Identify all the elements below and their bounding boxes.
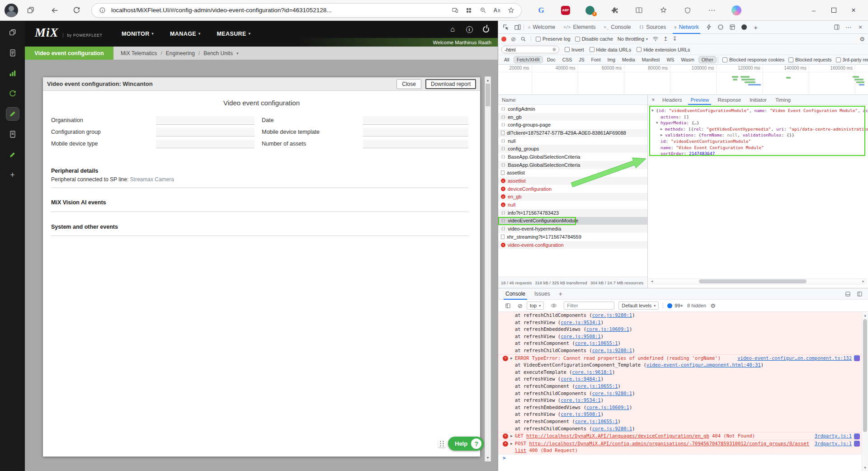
- filter-chip-all[interactable]: All: [501, 57, 512, 63]
- address-bar[interactable]: localhost/MiXFleet.UI/#/config-admin/vid…: [91, 3, 522, 18]
- expand-icon[interactable]: ▶: [660, 132, 665, 138]
- zoom-icon[interactable]: [478, 5, 488, 15]
- source-link[interactable]: 3rdparty.js:1: [815, 433, 852, 440]
- notifier-extension-icon[interactable]: 7: [584, 5, 596, 16]
- expand-icon[interactable]: ▶: [510, 355, 513, 362]
- dock-drawer-icon[interactable]: [854, 288, 865, 299]
- stack-location-link[interactable]: core.js:9280:1: [592, 426, 632, 431]
- console-filter-input[interactable]: [564, 301, 614, 310]
- expand-icon[interactable]: ▶: [510, 440, 513, 447]
- read-aloud-icon[interactable]: A)): [492, 5, 502, 15]
- help-drag-handle[interactable]: [438, 440, 446, 447]
- google-extension-icon[interactable]: G: [535, 5, 547, 16]
- copilot-explain-icon[interactable]: [854, 433, 860, 439]
- detail-tab-preview[interactable]: Preview: [686, 95, 713, 104]
- stack-location-link[interactable]: core.js:9280:1: [592, 348, 632, 353]
- scroll-down-icon[interactable]: ▼: [485, 455, 491, 461]
- throttling-dropdown[interactable]: No throttling▾: [618, 36, 648, 42]
- source-link[interactable]: 3rdparty.js:1: [815, 440, 852, 447]
- record-network-icon[interactable]: [501, 37, 506, 42]
- breadcrumb-item-engineering[interactable]: Engineering: [166, 50, 195, 57]
- devtools-tab-console[interactable]: >_Console: [600, 21, 635, 33]
- performance-tab-icon[interactable]: [703, 22, 715, 33]
- favorites-icon[interactable]: [657, 5, 669, 16]
- browser-menu-icon[interactable]: ⋯: [706, 5, 718, 16]
- network-overview-timeline[interactable]: 20000 ms40000 ms60000 ms80000 ms100000 m…: [498, 65, 868, 95]
- favorite-star-icon[interactable]: [506, 5, 516, 15]
- request-row-en-gb[interactable]: {}en_gb: [498, 113, 647, 121]
- download-report-button[interactable]: Download report: [425, 79, 476, 89]
- expand-icon[interactable]: ▶: [660, 126, 665, 132]
- console-settings-icon[interactable]: ⚙: [710, 303, 716, 309]
- scrollbar-thumb[interactable]: [863, 319, 867, 432]
- scroll-right-icon[interactable]: ►: [861, 279, 866, 284]
- console-prompt[interactable]: >: [498, 454, 862, 462]
- checkbox-3rd-party-requests[interactable]: 3rd-party requests: [836, 57, 868, 62]
- tabs-overview-icon[interactable]: [6, 26, 19, 39]
- network-settings-icon[interactable]: ⚙: [859, 36, 865, 42]
- stack-location-link[interactable]: core.js:9484:1: [561, 376, 601, 382]
- page-tab[interactable]: Video event configuration: [25, 47, 113, 60]
- source-link[interactable]: video-event-configur…on.component.ts:132: [737, 355, 852, 362]
- export-har-icon[interactable]: ↧: [672, 36, 677, 42]
- more-tabs-icon[interactable]: +: [750, 22, 762, 33]
- request-row-xhr-streaming-t-1715674784559[interactable]: xhr_streaming?t=1715674784559: [498, 233, 647, 241]
- inspect-element-icon[interactable]: [500, 22, 512, 33]
- console-sidebar-icon[interactable]: [502, 300, 514, 311]
- drawer-tab-issues[interactable]: Issues: [530, 288, 555, 299]
- clear-filter-icon[interactable]: ⊗: [552, 47, 556, 52]
- request-row-assetlist[interactable]: assetlist: [498, 169, 647, 177]
- help-button[interactable]: Help ?: [448, 437, 484, 451]
- drawer-tab-console[interactable]: Console: [501, 288, 530, 299]
- devtools-menu-icon[interactable]: ⋯: [843, 22, 854, 33]
- filter-chip-fetch-xhr[interactable]: Fetch/XHR: [514, 56, 543, 63]
- recorder-tab-icon[interactable]: [738, 22, 750, 33]
- close-button[interactable]: Close: [396, 79, 421, 89]
- field-input-number-of-assets[interactable]: [363, 140, 468, 148]
- detail-horizontal-scrollbar[interactable]: ◄ ►: [649, 278, 867, 284]
- filter-chip-ws[interactable]: WS: [664, 57, 677, 63]
- nav-manage[interactable]: MANAGE▾: [170, 31, 200, 37]
- mix-logo[interactable]: MiX by POWERFLEET: [35, 26, 102, 40]
- home-icon[interactable]: ⌂: [448, 25, 457, 34]
- maximize-button[interactable]: [824, 0, 844, 21]
- stack-location-link[interactable]: core.js:10655:1: [575, 419, 618, 424]
- close-window-button[interactable]: ×: [844, 0, 863, 21]
- error-url-link[interactable]: http://localhost/DynaMiX.API/languages/d…: [526, 433, 709, 438]
- stack-location-link[interactable]: core.js:9534:1: [561, 397, 601, 403]
- field-input-mobile-device-type[interactable]: [156, 140, 255, 148]
- request-row-dl-client-18752747-577b-429a-a0e0-83861a[interactable]: dl?client=18752747-577B-429A-A0E0-83861A…: [498, 129, 647, 137]
- request-row-video-event-hypermedia[interactable]: {}video-event-hypermedia: [498, 225, 647, 233]
- extensions-puzzle-icon[interactable]: [609, 5, 620, 16]
- stack-location-link[interactable]: core.js:10655:1: [575, 383, 618, 389]
- clear-console-icon[interactable]: ⊘: [518, 303, 523, 309]
- scroll-up-icon[interactable]: ▲: [485, 77, 491, 83]
- filter-chip-doc[interactable]: Doc: [544, 57, 558, 63]
- detail-tab-headers[interactable]: Headers: [658, 95, 686, 104]
- breadcrumb-item-mix-telematics[interactable]: MiX Telematics: [121, 50, 157, 57]
- request-row-assetlist[interactable]: ×assetlist: [498, 177, 647, 185]
- document-icon[interactable]: [6, 47, 19, 59]
- field-input-organisation[interactable]: [156, 116, 255, 125]
- split-screen-icon[interactable]: [633, 5, 645, 16]
- filter-chip-font[interactable]: Font: [589, 57, 604, 63]
- devtools-tab-welcome[interactable]: ⌂Welcome: [524, 21, 559, 33]
- stack-location-link[interactable]: video-event-configur…omponent.html:40:31: [646, 362, 761, 367]
- request-row-deviceconfiguration[interactable]: ×deviceConfiguration: [498, 185, 647, 193]
- detail-tab-initiator[interactable]: Initiator: [745, 95, 771, 104]
- filter-chip-other[interactable]: Other: [698, 56, 717, 63]
- live-expression-eye-icon[interactable]: [548, 300, 560, 311]
- pencil-icon[interactable]: [6, 148, 19, 161]
- dock-side-icon[interactable]: [831, 22, 843, 33]
- collapse-icon[interactable]: ▼: [656, 120, 660, 126]
- edit-tool-icon[interactable]: [6, 108, 19, 120]
- filter-chip-img[interactable]: Img: [605, 57, 618, 63]
- request-row-baseapp-globalselectioncriteria[interactable]: {}BaseApp.GlobalSelectionCriteria: [498, 161, 647, 169]
- apps-grid-icon[interactable]: [464, 5, 474, 15]
- preserve-log-checkbox[interactable]: Preserve log: [536, 36, 571, 42]
- stack-location-link[interactable]: core.js:9280:1: [592, 312, 632, 318]
- request-row-config-groups-page[interactable]: {}config-groups-page: [498, 121, 647, 129]
- device-toolbar-icon[interactable]: [512, 22, 524, 33]
- info-icon[interactable]: i: [465, 25, 474, 34]
- stack-location-link[interactable]: core.js:10609:1: [586, 405, 629, 410]
